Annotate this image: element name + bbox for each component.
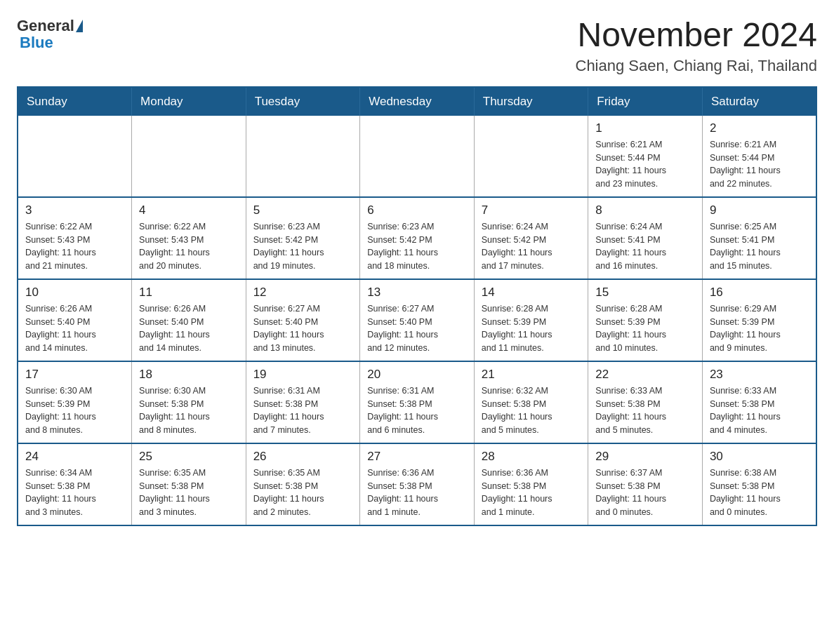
calendar-cell: 8Sunrise: 6:24 AM Sunset: 5:41 PM Daylig… [588, 197, 703, 279]
logo-text: General [17, 17, 83, 35]
day-number: 23 [710, 368, 809, 382]
day-number: 1 [595, 121, 695, 135]
title-section: November 2024 Chiang Saen, Chiang Rai, T… [576, 17, 818, 75]
day-info: Sunrise: 6:25 AM Sunset: 5:41 PM Dayligh… [710, 220, 809, 273]
day-info: Sunrise: 6:32 AM Sunset: 5:38 PM Dayligh… [482, 384, 581, 437]
calendar-cell: 11Sunrise: 6:26 AM Sunset: 5:40 PM Dayli… [132, 279, 246, 361]
calendar-header-wednesday: Wednesday [360, 87, 475, 116]
day-info: Sunrise: 6:21 AM Sunset: 5:44 PM Dayligh… [595, 138, 695, 191]
day-number: 22 [595, 368, 695, 382]
calendar-cell: 2Sunrise: 6:21 AM Sunset: 5:44 PM Daylig… [702, 116, 816, 197]
calendar-cell: 26Sunrise: 6:35 AM Sunset: 5:38 PM Dayli… [246, 443, 360, 525]
calendar-cell: 6Sunrise: 6:23 AM Sunset: 5:42 PM Daylig… [360, 197, 475, 279]
day-number: 16 [710, 286, 809, 300]
day-number: 8 [595, 203, 695, 217]
calendar-cell [474, 116, 588, 197]
calendar-cell [360, 116, 475, 197]
calendar-header-row: SundayMondayTuesdayWednesdayThursdayFrid… [18, 87, 816, 116]
calendar-header-tuesday: Tuesday [246, 87, 360, 116]
calendar-cell: 9Sunrise: 6:25 AM Sunset: 5:41 PM Daylig… [702, 197, 816, 279]
day-number: 17 [25, 368, 124, 382]
day-info: Sunrise: 6:38 AM Sunset: 5:38 PM Dayligh… [710, 467, 809, 519]
day-number: 4 [139, 203, 239, 217]
calendar-cell [18, 116, 132, 197]
day-number: 10 [25, 286, 124, 300]
calendar-cell: 12Sunrise: 6:27 AM Sunset: 5:40 PM Dayli… [246, 279, 360, 361]
day-info: Sunrise: 6:31 AM Sunset: 5:38 PM Dayligh… [253, 384, 353, 437]
day-info: Sunrise: 6:37 AM Sunset: 5:38 PM Dayligh… [595, 467, 695, 519]
day-number: 26 [253, 450, 353, 464]
day-number: 27 [367, 450, 467, 464]
calendar-week-row: 17Sunrise: 6:30 AM Sunset: 5:39 PM Dayli… [18, 361, 816, 443]
day-number: 25 [139, 450, 239, 464]
day-number: 30 [710, 450, 809, 464]
calendar-cell: 29Sunrise: 6:37 AM Sunset: 5:38 PM Dayli… [588, 443, 703, 525]
calendar-header-sunday: Sunday [18, 87, 132, 116]
calendar-cell: 7Sunrise: 6:24 AM Sunset: 5:42 PM Daylig… [474, 197, 588, 279]
day-info: Sunrise: 6:23 AM Sunset: 5:42 PM Dayligh… [367, 220, 467, 273]
day-number: 29 [595, 450, 695, 464]
day-number: 2 [710, 121, 809, 135]
calendar-header-friday: Friday [588, 87, 703, 116]
day-info: Sunrise: 6:30 AM Sunset: 5:39 PM Dayligh… [25, 384, 124, 437]
day-info: Sunrise: 6:36 AM Sunset: 5:38 PM Dayligh… [367, 467, 467, 519]
day-info: Sunrise: 6:26 AM Sunset: 5:40 PM Dayligh… [139, 302, 239, 355]
calendar-week-row: 24Sunrise: 6:34 AM Sunset: 5:38 PM Dayli… [18, 443, 816, 525]
calendar-header-monday: Monday [132, 87, 246, 116]
calendar-cell: 18Sunrise: 6:30 AM Sunset: 5:38 PM Dayli… [132, 361, 246, 443]
day-info: Sunrise: 6:28 AM Sunset: 5:39 PM Dayligh… [595, 302, 695, 355]
day-info: Sunrise: 6:26 AM Sunset: 5:40 PM Dayligh… [25, 302, 124, 355]
calendar-cell: 10Sunrise: 6:26 AM Sunset: 5:40 PM Dayli… [18, 279, 132, 361]
calendar-cell: 4Sunrise: 6:22 AM Sunset: 5:43 PM Daylig… [132, 197, 246, 279]
day-info: Sunrise: 6:35 AM Sunset: 5:38 PM Dayligh… [139, 467, 239, 519]
day-info: Sunrise: 6:35 AM Sunset: 5:38 PM Dayligh… [253, 467, 353, 519]
calendar-cell: 5Sunrise: 6:23 AM Sunset: 5:42 PM Daylig… [246, 197, 360, 279]
calendar-cell: 28Sunrise: 6:36 AM Sunset: 5:38 PM Dayli… [474, 443, 588, 525]
calendar-cell: 16Sunrise: 6:29 AM Sunset: 5:39 PM Dayli… [702, 279, 816, 361]
calendar-cell: 19Sunrise: 6:31 AM Sunset: 5:38 PM Dayli… [246, 361, 360, 443]
calendar-cell [246, 116, 360, 197]
location-title: Chiang Saen, Chiang Rai, Thailand [576, 57, 818, 75]
day-info: Sunrise: 6:27 AM Sunset: 5:40 PM Dayligh… [253, 302, 353, 355]
calendar-cell: 3Sunrise: 6:22 AM Sunset: 5:43 PM Daylig… [18, 197, 132, 279]
day-number: 14 [482, 286, 581, 300]
day-info: Sunrise: 6:33 AM Sunset: 5:38 PM Dayligh… [710, 384, 809, 437]
calendar-cell: 23Sunrise: 6:33 AM Sunset: 5:38 PM Dayli… [702, 361, 816, 443]
calendar-cell: 15Sunrise: 6:28 AM Sunset: 5:39 PM Dayli… [588, 279, 703, 361]
calendar-cell: 24Sunrise: 6:34 AM Sunset: 5:38 PM Dayli… [18, 443, 132, 525]
calendar-cell: 13Sunrise: 6:27 AM Sunset: 5:40 PM Dayli… [360, 279, 475, 361]
calendar-cell: 21Sunrise: 6:32 AM Sunset: 5:38 PM Dayli… [474, 361, 588, 443]
day-info: Sunrise: 6:21 AM Sunset: 5:44 PM Dayligh… [710, 138, 809, 191]
day-number: 3 [25, 203, 124, 217]
day-number: 12 [253, 286, 353, 300]
day-number: 6 [367, 203, 467, 217]
day-info: Sunrise: 6:22 AM Sunset: 5:43 PM Dayligh… [139, 220, 239, 273]
calendar-week-row: 1Sunrise: 6:21 AM Sunset: 5:44 PM Daylig… [18, 116, 816, 197]
day-number: 9 [710, 203, 809, 217]
calendar-cell: 20Sunrise: 6:31 AM Sunset: 5:38 PM Dayli… [360, 361, 475, 443]
day-info: Sunrise: 6:36 AM Sunset: 5:38 PM Dayligh… [482, 467, 581, 519]
calendar-week-row: 3Sunrise: 6:22 AM Sunset: 5:43 PM Daylig… [18, 197, 816, 279]
day-info: Sunrise: 6:30 AM Sunset: 5:38 PM Dayligh… [139, 384, 239, 437]
calendar-week-row: 10Sunrise: 6:26 AM Sunset: 5:40 PM Dayli… [18, 279, 816, 361]
calendar-cell: 1Sunrise: 6:21 AM Sunset: 5:44 PM Daylig… [588, 116, 703, 197]
calendar-cell: 27Sunrise: 6:36 AM Sunset: 5:38 PM Dayli… [360, 443, 475, 525]
day-number: 11 [139, 286, 239, 300]
calendar-cell: 25Sunrise: 6:35 AM Sunset: 5:38 PM Dayli… [132, 443, 246, 525]
page-header: General Blue November 2024 Chiang Saen, … [17, 17, 817, 75]
day-number: 7 [482, 203, 581, 217]
logo-triangle-icon [76, 20, 83, 32]
calendar-cell: 30Sunrise: 6:38 AM Sunset: 5:38 PM Dayli… [702, 443, 816, 525]
calendar-cell: 17Sunrise: 6:30 AM Sunset: 5:39 PM Dayli… [18, 361, 132, 443]
day-info: Sunrise: 6:22 AM Sunset: 5:43 PM Dayligh… [25, 220, 124, 273]
day-info: Sunrise: 6:24 AM Sunset: 5:41 PM Dayligh… [595, 220, 695, 273]
day-number: 21 [482, 368, 581, 382]
day-number: 19 [253, 368, 353, 382]
day-number: 28 [482, 450, 581, 464]
day-info: Sunrise: 6:29 AM Sunset: 5:39 PM Dayligh… [710, 302, 809, 355]
day-info: Sunrise: 6:28 AM Sunset: 5:39 PM Dayligh… [482, 302, 581, 355]
logo-blue: Blue [20, 34, 53, 52]
calendar-header-thursday: Thursday [474, 87, 588, 116]
calendar-cell [132, 116, 246, 197]
calendar-cell: 14Sunrise: 6:28 AM Sunset: 5:39 PM Dayli… [474, 279, 588, 361]
